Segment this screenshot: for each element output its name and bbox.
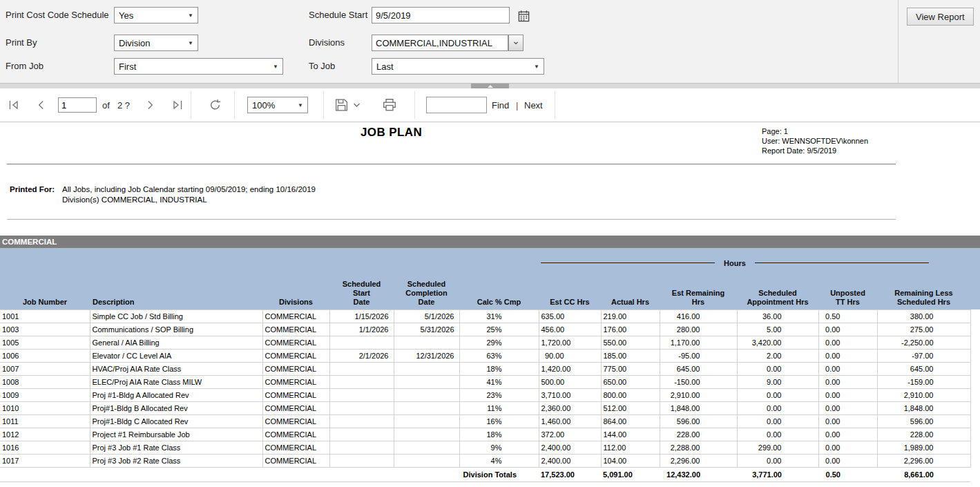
- cell-unposted_tt_hrs: 0.00: [818, 414, 877, 428]
- cell-actual_hrs: 512.00: [601, 401, 660, 414]
- cell-est_remaining_hrs: 2,910.00: [660, 388, 737, 401]
- print-by-select[interactable]: Division ▼: [114, 35, 198, 51]
- zoom-select[interactable]: 100% ▼: [247, 97, 308, 113]
- cell-scheduled_start_date: [329, 362, 394, 375]
- find-link[interactable]: Find: [492, 100, 509, 111]
- cell-scheduled_start_date: [329, 454, 394, 467]
- cell-calc_pct_cmp: 18%: [459, 428, 539, 441]
- calendar-button[interactable]: [516, 8, 531, 23]
- division-totals-row: Division Totals17,523.005,091.0012,432.0…: [0, 467, 970, 481]
- chevron-down-icon: ▼: [188, 40, 193, 46]
- column-header-actual_hrs: Actual Hrs: [601, 248, 660, 309]
- cell-description: Proj#1-Bldg B Allocated Rev: [90, 401, 262, 414]
- cell-scheduled_completion_date: 5/1/2026: [394, 309, 459, 323]
- total-est_cc_hrs: 17,523.00: [539, 467, 601, 481]
- cell-actual_hrs: 775.00: [601, 362, 660, 375]
- calendar-icon: [517, 10, 530, 23]
- total-scheduled_appointment_hrs: 3,771.00: [737, 467, 818, 481]
- table-row: 1001Simple CC Job / Std BillingCOMMERCIA…: [0, 309, 970, 323]
- cell-est_remaining_hrs: 2,296.00: [660, 454, 737, 467]
- cell-divisions: COMMERCIAL: [262, 441, 329, 454]
- from-job-select[interactable]: First ▼: [114, 58, 283, 75]
- current-page-input[interactable]: [58, 97, 97, 113]
- cell-est_cc_hrs: 500.00: [539, 375, 601, 388]
- to-job-select[interactable]: Last ▼: [372, 58, 544, 75]
- toolbar-separator: [191, 91, 191, 119]
- cell-actual_hrs: 144.00: [601, 428, 660, 441]
- find-text-input[interactable]: [426, 97, 487, 113]
- cell-scheduled_start_date: 1/15/2026: [329, 309, 394, 323]
- column-header-divisions: Divisions: [262, 248, 329, 309]
- cell-unposted_tt_hrs: 0.00: [818, 388, 877, 401]
- cell-scheduled_appointment_hrs: 5.00: [737, 323, 818, 336]
- next-page-button[interactable]: [142, 97, 158, 113]
- cell-description: Proj #3 Job #2 Rate Class: [90, 454, 262, 467]
- cell-unposted_tt_hrs: 0.00: [818, 401, 877, 414]
- chevron-down-icon: [513, 40, 519, 46]
- from-job-value: First: [119, 61, 136, 72]
- printed-for-block: Printed For: All Jobs, including Job Cal…: [10, 184, 316, 205]
- table-row: 1012Project #1 Reimbursable JobCOMMERCIA…: [0, 428, 970, 441]
- parameter-panel: Print Cost Code Schedule Yes ▼ Print By …: [0, 0, 980, 83]
- job-table: Job NumberDescriptionDivisionsScheduled …: [0, 248, 971, 482]
- report-page-info: Page: 1 User: WENNSOFTDEV\konnen Report …: [762, 126, 868, 155]
- cell-scheduled_start_date: [329, 401, 394, 414]
- last-page-icon: [171, 98, 184, 112]
- next-link[interactable]: Next: [524, 100, 543, 111]
- cell-scheduled_appointment_hrs: 0.00: [737, 362, 818, 375]
- save-icon: [334, 98, 349, 113]
- cell-est_cc_hrs: 1,460.00: [539, 414, 601, 428]
- cell-est_cc_hrs: 372.00: [539, 428, 601, 441]
- cell-scheduled_appointment_hrs: 9.00: [737, 375, 818, 388]
- print-by-label: Print By: [6, 35, 37, 51]
- first-page-button[interactable]: [6, 97, 22, 113]
- cell-remaining_less_scheduled_hrs: 1,989.00: [877, 441, 970, 454]
- column-header-calc_pct_cmp: Calc % Cmp: [459, 248, 539, 309]
- cell-scheduled_completion_date: [394, 336, 459, 349]
- column-header-scheduled_start_date: Scheduled Start Date: [329, 248, 394, 309]
- cell-scheduled_appointment_hrs: 0.00: [737, 414, 818, 428]
- divisions-dropdown-button[interactable]: [508, 35, 523, 51]
- chevron-down-icon: ▼: [188, 12, 193, 19]
- first-page-icon: [7, 98, 21, 112]
- last-page-button[interactable]: [169, 97, 186, 113]
- cell-est_remaining_hrs: 416.00: [660, 309, 737, 323]
- toolbar-separator: [555, 91, 555, 119]
- page-of-label: of: [102, 100, 110, 111]
- cell-scheduled_appointment_hrs: 0.00: [737, 428, 818, 441]
- view-report-button[interactable]: View Report: [907, 8, 974, 26]
- cell-divisions: COMMERCIAL: [262, 309, 329, 323]
- cell-scheduled_start_date: [329, 336, 394, 349]
- cell-scheduled_completion_date: [394, 454, 459, 467]
- cell-scheduled_start_date: [329, 428, 394, 441]
- find-next-separator: |: [516, 100, 518, 111]
- print-cost-code-schedule-label: Print Cost Code Schedule: [6, 7, 109, 23]
- divisions-input[interactable]: [372, 35, 508, 51]
- cell-calc_pct_cmp: 11%: [459, 401, 539, 414]
- page-number: Page: 1: [762, 126, 868, 136]
- cell-job_number: 1003: [0, 323, 90, 336]
- refresh-button[interactable]: [206, 96, 224, 115]
- toolbar-separator: [414, 91, 415, 119]
- schedule-start-input[interactable]: [372, 7, 510, 23]
- zoom-value: 100%: [252, 100, 275, 111]
- cell-divisions: COMMERCIAL: [262, 454, 329, 467]
- print-button[interactable]: [381, 96, 398, 114]
- cell-unposted_tt_hrs: 0.00: [818, 375, 877, 388]
- total-est_remaining_hrs: 12,432.00: [660, 467, 737, 481]
- print-cost-code-schedule-select[interactable]: Yes ▼: [114, 7, 198, 23]
- printed-for-label: Printed For:: [10, 184, 62, 205]
- cell-scheduled_appointment_hrs: 299.00: [737, 441, 818, 454]
- cell-unposted_tt_hrs: 0.00: [818, 454, 877, 467]
- cell-scheduled_completion_date: [394, 375, 459, 388]
- cell-scheduled_appointment_hrs: 36.00: [737, 309, 818, 323]
- cell-scheduled_appointment_hrs: 0.00: [737, 401, 818, 414]
- cell-unposted_tt_hrs: 0.00: [818, 336, 877, 349]
- cell-scheduled_appointment_hrs: 3,420.00: [737, 336, 818, 349]
- cell-job_number: 1010: [0, 401, 90, 414]
- cell-job_number: 1011: [0, 414, 90, 428]
- column-header-est_remaining_hrs: Est Remaining Hrs: [660, 248, 737, 309]
- export-save-button[interactable]: [333, 97, 362, 114]
- previous-page-button[interactable]: [33, 97, 50, 113]
- table-row: 1011Proj#1-Bldg C Allocated RevCOMMERCIA…: [0, 414, 970, 428]
